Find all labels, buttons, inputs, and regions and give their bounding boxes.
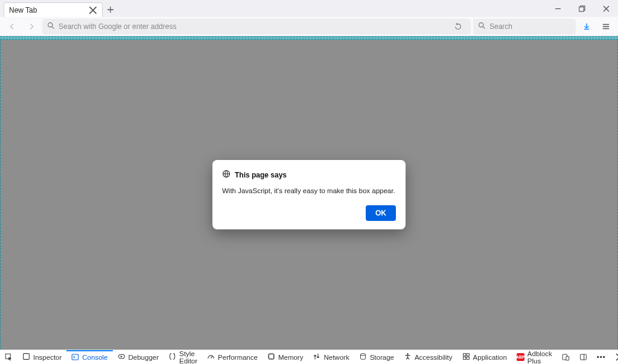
page-viewport: This page says With JavaScript, it's rea… <box>0 40 618 350</box>
dialog-backdrop: This page says With JavaScript, it's rea… <box>1 40 617 350</box>
url-bar[interactable] <box>42 19 471 34</box>
close-tab-icon[interactable] <box>89 6 97 14</box>
panel-network[interactable]: Network <box>308 350 354 364</box>
panel-inspector[interactable]: Inspector <box>18 350 66 364</box>
panel-label: Console <box>82 354 107 361</box>
tab-title: New Tab <box>9 6 85 14</box>
forward-button[interactable] <box>23 19 40 34</box>
panel-performance[interactable]: Performance <box>202 350 263 364</box>
svg-rect-14 <box>463 357 465 359</box>
panel-label: Debugger <box>129 354 159 361</box>
adblock-icon: ABP <box>517 353 524 361</box>
svg-rect-17 <box>566 356 569 360</box>
ok-button[interactable]: OK <box>366 205 396 221</box>
panel-debugger[interactable]: Debugger <box>113 350 164 364</box>
application-icon <box>462 353 470 362</box>
back-button[interactable] <box>4 19 21 34</box>
devtools-right-controls: ••• <box>557 353 618 361</box>
panel-application[interactable]: Application <box>457 350 512 364</box>
window-controls <box>546 0 618 17</box>
svg-rect-13 <box>467 354 469 356</box>
close-devtools-button[interactable] <box>611 353 618 361</box>
panel-style-editor[interactable]: Style Editor <box>164 350 202 364</box>
console-icon <box>71 353 79 362</box>
panel-label: Accessibility <box>415 354 453 361</box>
panel-label: Inspector <box>33 354 62 361</box>
dialog-header: This page says <box>222 170 396 180</box>
network-icon <box>313 353 320 362</box>
more-icon: ••• <box>597 353 606 360</box>
style-editor-icon <box>168 353 176 362</box>
panel-adblock[interactable]: ABP Adblock Plus <box>512 350 557 364</box>
svg-rect-15 <box>467 357 469 359</box>
alert-dialog: This page says With JavaScript, it's rea… <box>212 160 406 229</box>
globe-icon <box>222 170 231 180</box>
element-picker-button[interactable] <box>0 350 18 364</box>
memory-icon <box>267 353 275 362</box>
debugger-icon <box>118 353 126 362</box>
app-menu-button[interactable] <box>597 19 614 34</box>
more-tools-button[interactable]: ••• <box>592 353 611 360</box>
titlebar: New Tab <box>0 0 618 17</box>
dialog-message: With JavaScript, it's really easy to mak… <box>222 187 396 194</box>
dialog-footer: OK <box>222 205 396 221</box>
maximize-button[interactable] <box>570 0 594 17</box>
panel-accessibility[interactable]: Accessibility <box>399 350 457 364</box>
dialog-title: This page says <box>235 171 287 179</box>
svg-rect-1 <box>579 7 584 11</box>
svg-rect-6 <box>24 354 30 360</box>
new-tab-button[interactable] <box>103 2 118 17</box>
minimize-button[interactable] <box>546 0 570 17</box>
devtools-toolbar: Inspector Console Debugger Style Editor … <box>0 350 618 364</box>
panel-label: Performance <box>218 354 258 361</box>
svg-point-3 <box>479 22 483 27</box>
url-input[interactable] <box>59 22 447 31</box>
responsive-design-button[interactable] <box>557 353 575 361</box>
panel-label: Style Editor <box>179 350 197 365</box>
reload-button[interactable] <box>450 19 466 34</box>
search-icon <box>478 22 486 31</box>
svg-point-11 <box>407 353 409 355</box>
svg-point-10 <box>360 354 365 356</box>
svg-rect-9 <box>269 354 273 359</box>
panel-storage[interactable]: Storage <box>354 350 399 364</box>
performance-icon <box>207 353 215 362</box>
search-bar[interactable] <box>473 19 576 34</box>
titlebar-spacer <box>118 0 546 17</box>
inspector-icon <box>22 353 30 362</box>
accessibility-icon <box>404 353 412 362</box>
panel-label: Adblock Plus <box>527 350 552 365</box>
downloads-button[interactable] <box>578 19 595 34</box>
panel-label: Application <box>473 354 507 361</box>
navbar <box>0 17 618 36</box>
svg-rect-12 <box>463 354 465 356</box>
browser-tab[interactable]: New Tab <box>4 2 103 17</box>
storage-icon <box>359 353 367 362</box>
dock-side-button[interactable] <box>575 353 592 361</box>
search-input[interactable] <box>489 22 571 31</box>
close-window-button[interactable] <box>594 0 618 17</box>
svg-point-2 <box>48 22 53 27</box>
panel-label: Storage <box>370 354 394 361</box>
panel-label: Network <box>323 354 349 361</box>
panel-console[interactable]: Console <box>66 350 112 364</box>
panel-memory[interactable]: Memory <box>263 350 308 364</box>
panel-label: Memory <box>278 354 304 361</box>
search-icon <box>47 22 55 31</box>
svg-rect-18 <box>580 354 586 360</box>
